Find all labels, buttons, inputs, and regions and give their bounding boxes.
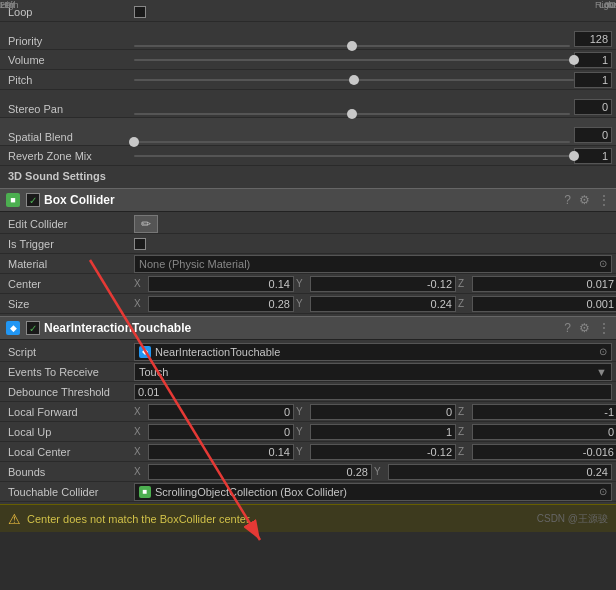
local-forward-x-input[interactable] (148, 404, 294, 420)
box-collider-title: Box Collider (44, 193, 115, 207)
pitch-track (134, 79, 574, 81)
volume-slider-container[interactable] (134, 54, 574, 66)
near-interaction-question-icon[interactable]: ? (564, 321, 571, 335)
spatial-blend-row: Spatial Blend 2D 3D 0 (0, 118, 616, 146)
volume-control (134, 54, 574, 66)
local-center-z-input[interactable] (472, 444, 616, 460)
local-forward-z-input[interactable] (472, 404, 616, 420)
pitch-slider-container[interactable] (134, 74, 574, 86)
spatial-blend-slider-container[interactable] (134, 141, 570, 143)
center-row: Center X Y Z (0, 274, 616, 294)
debounce-control: 0.01 (134, 384, 612, 400)
events-dropdown[interactable]: Touch ▼ (134, 363, 612, 381)
warning-triangle-icon: ⚠ (8, 511, 21, 527)
warning-bar: ⚠ Center does not match the BoxCollider … (0, 504, 616, 532)
script-field[interactable]: ◆ NearInteractionTouchable ⊙ (134, 343, 612, 361)
local-forward-xyz: X Y Z (134, 404, 616, 420)
volume-value[interactable]: 1 (574, 52, 612, 68)
touchable-collider-row: Touchable Collider ■ ScrollingObjectColl… (0, 482, 616, 502)
pitch-thumb[interactable] (349, 75, 359, 85)
spatial-blend-track (134, 141, 570, 143)
stereo-pan-row: Stereo Pan Left Right 0 (0, 90, 616, 118)
reverb-track (134, 155, 574, 157)
box-collider-question-icon[interactable]: ? (564, 193, 571, 207)
near-interaction-settings-icon[interactable]: ⚙ (579, 321, 590, 335)
stereo-pan-track (134, 113, 570, 115)
bounds-row: Bounds X Y (0, 462, 616, 482)
local-center-y-label: Y (296, 446, 308, 457)
edit-collider-row: Edit Collider ✏ (0, 214, 616, 234)
local-forward-row: Local Forward X Y Z (0, 402, 616, 422)
pitch-control (134, 74, 574, 86)
is-trigger-row: Is Trigger (0, 234, 616, 254)
stereo-pan-slider-container[interactable] (134, 113, 570, 115)
priority-thumb[interactable] (347, 41, 357, 51)
local-up-x-input[interactable] (148, 424, 294, 440)
events-row: Events To Receive Touch ▼ (0, 362, 616, 382)
local-up-row: Local Up X Y Z (0, 422, 616, 442)
events-control: Touch ▼ (134, 363, 612, 381)
local-forward-y-input[interactable] (310, 404, 456, 420)
near-interaction-section: Script ◆ NearInteractionTouchable ⊙ Even… (0, 340, 616, 504)
center-y-input[interactable] (310, 276, 456, 292)
size-x-input[interactable] (148, 296, 294, 312)
center-z-input[interactable] (472, 276, 616, 292)
local-center-xyz: X Y Z (134, 444, 616, 460)
pitch-value[interactable]: 1 (574, 72, 612, 88)
touchable-circle-icon[interactable]: ⊙ (599, 486, 607, 497)
reverb-thumb[interactable] (569, 151, 579, 161)
priority-value[interactable]: 128 (574, 31, 612, 47)
script-row: Script ◆ NearInteractionTouchable ⊙ (0, 342, 616, 362)
bounds-label: Bounds (4, 466, 134, 478)
bounds-y-input[interactable] (388, 464, 612, 480)
touchable-collider-field[interactable]: ■ ScrollingObjectCollection (Box Collide… (134, 483, 612, 501)
events-chevron-icon: ▼ (596, 366, 607, 378)
priority-track (134, 45, 570, 47)
reverb-slider-container[interactable] (134, 150, 574, 162)
near-interaction-enabled-checkbox[interactable]: ✓ (26, 321, 40, 335)
touchable-collider-icon: ■ (139, 486, 151, 498)
stereo-pan-thumb[interactable] (347, 109, 357, 119)
volume-row: Volume 1 (0, 50, 616, 70)
local-up-label: Local Up (4, 426, 134, 438)
material-circle-icon[interactable]: ⊙ (599, 258, 607, 269)
volume-label: Volume (4, 54, 134, 66)
edit-collider-label: Edit Collider (4, 218, 134, 230)
reverb-value[interactable]: 1 (574, 148, 612, 164)
center-x-input[interactable] (148, 276, 294, 292)
local-center-label: Local Center (4, 446, 134, 458)
size-z-input[interactable] (472, 296, 616, 312)
sound-settings-header: 3D Sound Settings (0, 166, 616, 186)
priority-slider-container[interactable] (134, 45, 570, 47)
is-trigger-checkbox[interactable] (134, 238, 146, 250)
near-interaction-overflow-icon[interactable]: ⋮ (598, 321, 610, 335)
local-center-x-input[interactable] (148, 444, 294, 460)
box-collider-icon: ■ (6, 193, 20, 207)
spatial-blend-3d-label: 3D (604, 0, 616, 10)
spatial-blend-thumb[interactable] (129, 137, 139, 147)
box-collider-overflow-icon[interactable]: ⋮ (598, 193, 610, 207)
bounds-x-input[interactable] (148, 464, 372, 480)
script-circle-icon[interactable]: ⊙ (599, 346, 607, 357)
box-collider-settings-icon[interactable]: ⚙ (579, 193, 590, 207)
center-x-label: X (134, 278, 146, 289)
size-y-input[interactable] (310, 296, 456, 312)
script-value: NearInteractionTouchable (155, 346, 280, 358)
edit-collider-button[interactable]: ✏ (134, 215, 158, 233)
box-collider-enabled-checkbox[interactable]: ✓ (26, 193, 40, 207)
local-up-z-input[interactable] (472, 424, 616, 440)
volume-thumb[interactable] (569, 55, 579, 65)
material-field[interactable]: None (Physic Material) ⊙ (134, 255, 612, 273)
material-label: Material (4, 258, 134, 270)
stereo-pan-value[interactable]: 0 (574, 99, 612, 115)
debounce-value[interactable]: 0.01 (134, 384, 612, 400)
edit-collider-pencil-icon: ✏ (141, 217, 151, 231)
local-center-y-input[interactable] (310, 444, 456, 460)
local-up-y-input[interactable] (310, 424, 456, 440)
local-forward-x-label: X (134, 406, 146, 417)
local-center-row: Local Center X Y Z (0, 442, 616, 462)
local-up-x-label: X (134, 426, 146, 437)
spatial-blend-value[interactable]: 0 (574, 127, 612, 143)
center-label: Center (4, 278, 134, 290)
near-interaction-icon: ◆ (6, 321, 20, 335)
